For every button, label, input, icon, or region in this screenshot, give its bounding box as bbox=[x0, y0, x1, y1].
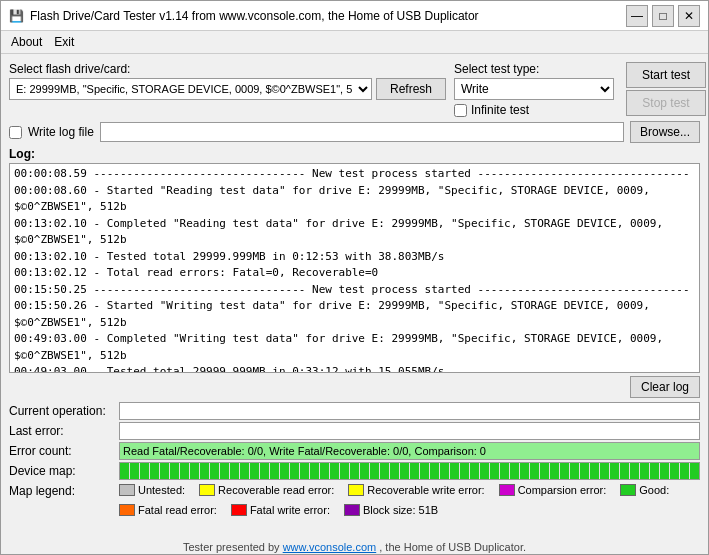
legend-item: Recoverable write error: bbox=[348, 484, 484, 496]
maximize-button[interactable]: □ bbox=[652, 5, 674, 27]
device-map-label: Device map: bbox=[9, 464, 119, 478]
top-row: Select flash drive/card: E: 29999MB, "Sp… bbox=[9, 62, 700, 117]
map-block bbox=[490, 463, 499, 479]
legend-item: Comparsion error: bbox=[499, 484, 607, 496]
log-entry: 00:49:03.00 - Tested total 29999.999MB i… bbox=[14, 364, 695, 373]
log-area[interactable]: 00:00:08.59 ----------------------------… bbox=[9, 163, 700, 373]
map-block bbox=[670, 463, 679, 479]
log-entry: 00:00:08.59 ----------------------------… bbox=[14, 166, 695, 183]
log-row: Write log file Browse... bbox=[9, 121, 700, 143]
map-block bbox=[470, 463, 479, 479]
legend-item-label: Fatal write error: bbox=[250, 504, 330, 516]
map-block bbox=[530, 463, 539, 479]
map-block bbox=[410, 463, 419, 479]
legend-item: Good: bbox=[620, 484, 669, 496]
infinite-test-checkbox[interactable] bbox=[454, 104, 467, 117]
log-file-input[interactable] bbox=[100, 122, 624, 142]
log-entry: 00:13:02.10 - Tested total 29999.999MB i… bbox=[14, 249, 695, 266]
drive-select[interactable]: E: 29999MB, "Specific, STORAGE DEVICE, 0… bbox=[9, 78, 372, 100]
map-block bbox=[630, 463, 639, 479]
log-entry: 00:13:02.10 - Completed "Reading test da… bbox=[14, 216, 695, 249]
map-block bbox=[190, 463, 199, 479]
legend-item-label: Fatal read error: bbox=[138, 504, 217, 516]
map-block bbox=[480, 463, 489, 479]
footer-suffix: , the Home of USB Duplicator. bbox=[376, 541, 526, 553]
legend-item-label: Recoverable write error: bbox=[367, 484, 484, 496]
legend-item: Fatal read error: bbox=[119, 504, 217, 516]
menu-exit[interactable]: Exit bbox=[48, 33, 80, 51]
map-block bbox=[620, 463, 629, 479]
map-block bbox=[270, 463, 279, 479]
map-block bbox=[310, 463, 319, 479]
map-block bbox=[600, 463, 609, 479]
current-operation-label: Current operation: bbox=[9, 404, 119, 418]
clear-log-button[interactable]: Clear log bbox=[630, 376, 700, 398]
legend-label: Map legend: bbox=[9, 484, 119, 498]
legend-item-label: Good: bbox=[639, 484, 669, 496]
test-type-select[interactable]: WriteReadRead/Write bbox=[454, 78, 614, 100]
map-block bbox=[230, 463, 239, 479]
main-content: Select flash drive/card: E: 29999MB, "Sp… bbox=[1, 54, 708, 526]
clear-log-row: Clear log bbox=[9, 376, 700, 398]
map-block bbox=[340, 463, 349, 479]
map-block bbox=[290, 463, 299, 479]
title-bar: 💾 Flash Drive/Card Tester v1.14 from www… bbox=[1, 1, 708, 31]
log-entry: 00:00:08.60 - Started "Reading test data… bbox=[14, 183, 695, 216]
app-title: Flash Drive/Card Tester v1.14 from www.v… bbox=[30, 9, 479, 23]
action-buttons: Start test Stop test bbox=[626, 62, 706, 116]
legend-color-swatch bbox=[620, 484, 636, 496]
footer-link[interactable]: www.vconsole.com bbox=[283, 541, 377, 553]
map-block bbox=[320, 463, 329, 479]
legend-color-swatch bbox=[119, 504, 135, 516]
footer-text: Tester presented by bbox=[183, 541, 283, 553]
drive-section: Select flash drive/card: E: 29999MB, "Sp… bbox=[9, 62, 446, 100]
legend-color-swatch bbox=[344, 504, 360, 516]
map-block bbox=[590, 463, 599, 479]
legend-color-swatch bbox=[199, 484, 215, 496]
map-block bbox=[510, 463, 519, 479]
map-block bbox=[240, 463, 249, 479]
last-error-value bbox=[119, 422, 700, 440]
drive-row: E: 29999MB, "Specific, STORAGE DEVICE, 0… bbox=[9, 78, 446, 100]
map-block bbox=[280, 463, 289, 479]
map-block bbox=[550, 463, 559, 479]
legend-color-swatch bbox=[231, 504, 247, 516]
device-map-bar bbox=[119, 462, 700, 480]
map-block bbox=[160, 463, 169, 479]
log-file-checkbox[interactable] bbox=[9, 126, 22, 139]
log-entry: 00:15:50.26 - Started "Writing test data… bbox=[14, 298, 695, 331]
footer: Tester presented by www.vconsole.com , t… bbox=[0, 541, 709, 553]
log-label: Log: bbox=[9, 147, 700, 161]
map-block bbox=[460, 463, 469, 479]
current-operation-value bbox=[119, 402, 700, 420]
title-left: 💾 Flash Drive/Card Tester v1.14 from www… bbox=[9, 9, 479, 23]
map-block bbox=[120, 463, 129, 479]
menu-about[interactable]: About bbox=[5, 33, 48, 51]
legend-color-swatch bbox=[119, 484, 135, 496]
log-entry: 00:13:02.12 - Total read errors: Fatal=0… bbox=[14, 265, 695, 282]
browse-button[interactable]: Browse... bbox=[630, 121, 700, 143]
map-block bbox=[380, 463, 389, 479]
infinite-row: Infinite test bbox=[454, 103, 614, 117]
map-block bbox=[660, 463, 669, 479]
minimize-button[interactable]: — bbox=[626, 5, 648, 27]
map-block bbox=[570, 463, 579, 479]
last-error-label: Last error: bbox=[9, 424, 119, 438]
refresh-button[interactable]: Refresh bbox=[376, 78, 446, 100]
legend-item: Recoverable read error: bbox=[199, 484, 334, 496]
map-block bbox=[400, 463, 409, 479]
map-block bbox=[440, 463, 449, 479]
log-file-label: Write log file bbox=[28, 125, 94, 139]
close-button[interactable]: ✕ bbox=[678, 5, 700, 27]
stop-test-button[interactable]: Stop test bbox=[626, 90, 706, 116]
map-block bbox=[370, 463, 379, 479]
map-block bbox=[390, 463, 399, 479]
start-test-button[interactable]: Start test bbox=[626, 62, 706, 88]
test-type-label: Select test type: bbox=[454, 62, 614, 76]
map-block bbox=[680, 463, 689, 479]
map-block bbox=[560, 463, 569, 479]
device-map-row: Device map: bbox=[9, 462, 700, 480]
legend-item-label: Block size: 51B bbox=[363, 504, 438, 516]
legend-item-label: Recoverable read error: bbox=[218, 484, 334, 496]
last-error-row: Last error: bbox=[9, 422, 700, 440]
